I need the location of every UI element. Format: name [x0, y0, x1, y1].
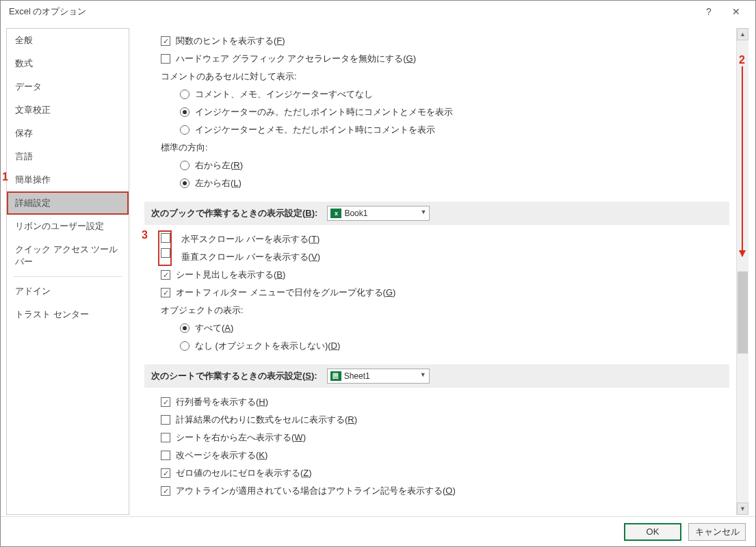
option-function-tips[interactable]: 関数のヒントを表示する(F): [144, 32, 729, 50]
option-label: アウトラインが適用されている場合はアウトライン記号を表示する(O): [176, 485, 456, 497]
checkbox-icon[interactable]: [161, 451, 170, 460]
chevron-down-icon: ▼: [420, 371, 426, 378]
option-label: シート見出しを表示する(B): [176, 269, 285, 281]
checkbox-icon[interactable]: [161, 433, 170, 442]
sidebar-separator: [14, 276, 122, 277]
sidebar-item-advanced[interactable]: 詳細設定: [7, 191, 129, 215]
sidebar-item-customize-ribbon[interactable]: リボンのユーザー設定: [7, 215, 129, 238]
option-label: インジケーターのみ。ただしポイント時にコメントとメモを表示: [195, 106, 453, 118]
dialog-footer: OK キャンセル: [1, 516, 755, 546]
option-objects-none[interactable]: なし (オブジェクトを表示しない)(D): [144, 337, 729, 355]
radio-icon[interactable]: [180, 161, 190, 170]
option-label: 右から左(R): [195, 159, 243, 172]
checkbox-icon[interactable]: [161, 54, 170, 64]
combo-value: Sheet1: [344, 371, 370, 381]
scroll-down-arrow-icon[interactable]: ▼: [737, 503, 748, 515]
option-label: ゼロ値のセルにゼロを表示する(Z): [176, 467, 312, 479]
sheet-icon: 囲: [330, 371, 341, 381]
option-autofilter-group-dates[interactable]: オートフィルター メニューで日付をグループ化する(G): [144, 284, 729, 302]
ok-button[interactable]: OK: [624, 523, 681, 541]
subheading-comments: コメントのあるセルに対して表示:: [144, 68, 729, 85]
sidebar-item-ease-of-access[interactable]: 簡単操作: [7, 168, 129, 191]
option-label: すべて(A): [195, 322, 233, 334]
option-comments-none[interactable]: コメント、メモ、インジケーターすべてなし: [144, 85, 729, 103]
close-button[interactable]: ✕: [722, 2, 750, 21]
sidebar-item-data[interactable]: データ: [7, 75, 129, 98]
option-show-formulas[interactable]: 計算結果の代わりに数式をセルに表示する(R): [144, 411, 729, 429]
option-sheet-tabs[interactable]: シート見出しを表示する(B): [144, 266, 729, 284]
option-label: ハードウェア グラフィック アクセラレータを無効にする(G): [176, 53, 416, 65]
main-panel: 関数のヒントを表示する(F) ハードウェア グラフィック アクセラレータを無効に…: [135, 28, 748, 515]
checkbox-v-scroll[interactable]: [161, 248, 170, 258]
section-title: 次のブックで作業するときの表示設定(B):: [151, 207, 317, 219]
checkbox-icon[interactable]: [161, 36, 170, 46]
annotation-2-arrow-icon: [742, 66, 743, 256]
option-label: 関数のヒントを表示する(F): [176, 35, 285, 47]
subheading-objects: オブジェクトの表示:: [144, 302, 729, 319]
checkbox-icon[interactable]: [161, 415, 170, 425]
option-sheet-rtl[interactable]: シートを右から左へ表示する(W): [144, 429, 729, 446]
annotation-3: 3: [142, 229, 148, 241]
option-label: 計算結果の代わりに数式をセルに表示する(R): [176, 414, 357, 426]
workbook-combo[interactable]: x Book1 ▼: [327, 206, 430, 221]
subheading-direction: 標準の方向:: [144, 139, 729, 157]
chevron-down-icon: ▼: [420, 209, 426, 215]
radio-icon[interactable]: [180, 90, 190, 99]
option-label: オートフィルター メニューで日付をグループ化する(G): [176, 286, 395, 299]
checkbox-icon[interactable]: [161, 397, 170, 407]
combo-value: Book1: [344, 209, 367, 218]
option-comments-indicator-and-memo[interactable]: インジケーターとメモ。ただしポイント時にコメントを表示: [144, 121, 729, 139]
option-label: 左から右(L): [195, 177, 242, 189]
checkbox-icon[interactable]: [161, 486, 170, 496]
section-title: 次のシートで作業するときの表示設定(S):: [151, 370, 317, 382]
option-h-scrollbar[interactable]: 水平スクロール バーを表示する(T): [176, 230, 320, 248]
sidebar-item-proofing[interactable]: 文章校正: [7, 98, 129, 122]
option-row-col-headers[interactable]: 行列番号を表示する(H): [144, 393, 729, 411]
cancel-button[interactable]: キャンセル: [688, 523, 746, 541]
option-direction-ltr[interactable]: 左から右(L): [144, 174, 729, 192]
radio-icon[interactable]: [180, 341, 190, 351]
option-label: インジケーターとメモ。ただしポイント時にコメントを表示: [195, 124, 435, 136]
sheet-combo[interactable]: 囲 Sheet1 ▼: [327, 369, 430, 384]
option-direction-rtl[interactable]: 右から左(R): [144, 157, 729, 174]
radio-icon[interactable]: [180, 323, 190, 333]
option-label: なし (オブジェクトを表示しない)(D): [195, 340, 340, 352]
sidebar-item-addins[interactable]: アドイン: [7, 280, 129, 303]
option-show-zeros[interactable]: ゼロ値のセルにゼロを表示する(Z): [144, 464, 729, 482]
sidebar-item-general[interactable]: 全般: [7, 29, 129, 52]
sidebar-item-language[interactable]: 言語: [7, 145, 129, 168]
option-label: 改ページを表示する(K): [176, 449, 268, 462]
section-head-workbook-display: 次のブックで作業するときの表示設定(B): x Book1 ▼: [144, 202, 729, 225]
option-outline-symbols[interactable]: アウトラインが適用されている場合はアウトライン記号を表示する(O): [144, 482, 729, 500]
annotation-2: 2: [739, 54, 745, 66]
sidebar-item-save[interactable]: 保存: [7, 122, 129, 145]
option-label: 行列番号を表示する(H): [176, 396, 268, 408]
scroll-up-arrow-icon[interactable]: ▲: [737, 28, 748, 40]
option-disable-hw-accel[interactable]: ハードウェア グラフィック アクセラレータを無効にする(G): [144, 50, 729, 68]
checkbox-icon[interactable]: [161, 288, 170, 297]
radio-icon[interactable]: [180, 107, 190, 117]
sidebar-item-quick-access[interactable]: クイック アクセス ツール バー: [7, 238, 129, 274]
section-head-sheet-display: 次のシートで作業するときの表示設定(S): 囲 Sheet1 ▼: [144, 364, 729, 388]
radio-icon[interactable]: [180, 125, 190, 135]
checkbox-icon[interactable]: [161, 270, 170, 280]
checkbox-h-scroll[interactable]: [161, 233, 170, 243]
option-label: コメント、メモ、インジケーターすべてなし: [195, 88, 373, 101]
option-label: シートを右から左へ表示する(W): [176, 431, 306, 444]
option-comments-indicator-only[interactable]: インジケーターのみ。ただしポイント時にコメントとメモを表示: [144, 103, 729, 121]
help-button[interactable]: ?: [695, 2, 722, 21]
scroll-content: 関数のヒントを表示する(F) ハードウェア グラフィック アクセラレータを無効に…: [135, 28, 735, 515]
sidebar-item-trust-center[interactable]: トラスト センター: [7, 303, 129, 326]
option-v-scrollbar[interactable]: 垂直スクロール バーを表示する(V): [176, 248, 320, 266]
sidebar: 全般 数式 データ 文章校正 保存 言語 簡単操作 詳細設定 リボンのユーザー設…: [6, 28, 129, 515]
titlebar: Excel のオプション ? ✕: [1, 1, 755, 23]
option-objects-all[interactable]: すべて(A): [144, 319, 729, 337]
option-page-breaks[interactable]: 改ページを表示する(K): [144, 446, 729, 464]
sidebar-item-formulas[interactable]: 数式: [7, 52, 129, 75]
excel-icon: x: [330, 209, 341, 218]
checkbox-icon[interactable]: [161, 468, 170, 478]
window-title: Excel のオプション: [9, 5, 695, 18]
scroll-thumb[interactable]: [738, 271, 748, 353]
annotation-3-highlight: [158, 230, 172, 266]
radio-icon[interactable]: [180, 178, 190, 188]
